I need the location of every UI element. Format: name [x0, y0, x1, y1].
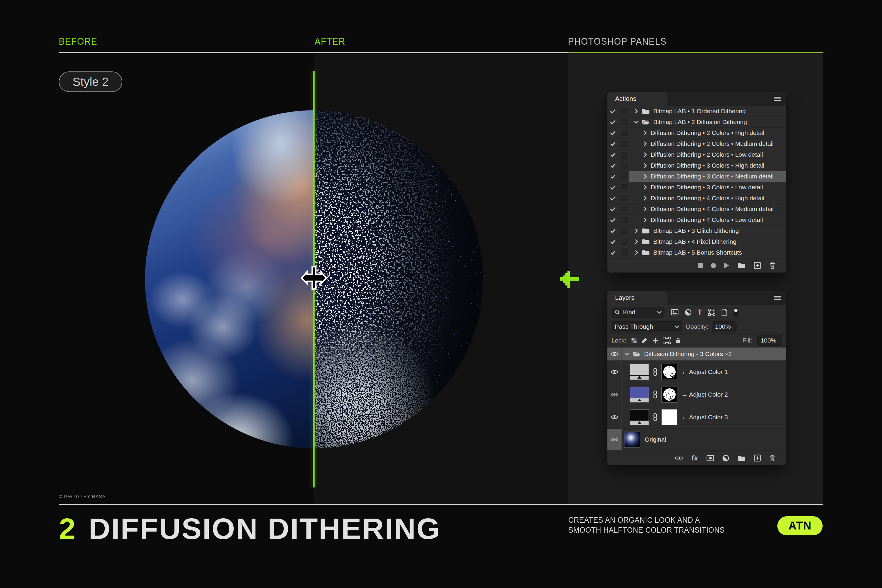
action-dialog-toggle[interactable] — [618, 182, 629, 193]
visibility-eye-icon[interactable] — [608, 361, 622, 383]
action-row[interactable]: Diffusion Dithering • 4 Colors • Low det… — [608, 214, 786, 225]
action-dialog-toggle[interactable] — [618, 204, 629, 214]
chevron-down-icon[interactable] — [625, 352, 630, 356]
layer-row[interactable]: Original — [608, 429, 786, 451]
action-dialog-toggle[interactable] — [618, 117, 629, 127]
chevron-right-icon[interactable] — [643, 184, 647, 190]
fill-dropdown[interactable]: 100% — [758, 335, 782, 346]
action-dialog-toggle[interactable] — [618, 149, 629, 160]
chevron-right-icon[interactable] — [643, 195, 647, 201]
blend-mode-dropdown[interactable]: Pass Through — [612, 321, 682, 332]
filter-pixel-layers-icon[interactable] — [671, 309, 678, 315]
lock-position-move-icon[interactable] — [652, 338, 658, 344]
action-check-icon[interactable] — [608, 247, 618, 258]
filter-type-layers-icon[interactable]: T — [698, 309, 702, 316]
action-check-icon[interactable] — [608, 204, 618, 214]
move-cursor-icon[interactable] — [296, 265, 332, 294]
layers-tab[interactable]: Layers — [608, 291, 667, 305]
layer-mask-thumbnail[interactable] — [662, 409, 677, 425]
stop-button[interactable] — [698, 263, 703, 268]
action-dialog-toggle[interactable] — [618, 106, 629, 116]
delete-button[interactable] — [769, 262, 776, 269]
layer-row[interactable]: ← Adjust Color 2 — [608, 383, 786, 406]
chevron-right-icon[interactable] — [643, 217, 647, 222]
action-row[interactable]: Bitmap LAB • 3 Glitch Dithering — [608, 225, 786, 236]
action-row[interactable]: Diffusion Dithering • 2 Colors • Low det… — [608, 149, 786, 160]
layer-mask-thumbnail[interactable] — [662, 387, 677, 402]
action-row[interactable]: Diffusion Dithering • 3 Colors • Low det… — [608, 182, 786, 193]
delete-layer-button[interactable] — [769, 454, 776, 462]
chevron-right-icon[interactable] — [643, 130, 647, 135]
action-check-icon[interactable] — [608, 160, 618, 171]
action-dialog-toggle[interactable] — [618, 193, 629, 204]
action-check-icon[interactable] — [608, 149, 618, 160]
visibility-eye-icon[interactable] — [608, 406, 622, 428]
visibility-eye-icon[interactable] — [608, 383, 622, 406]
action-dialog-toggle[interactable] — [618, 128, 629, 138]
chevron-right-icon[interactable] — [634, 250, 638, 255]
chevron-right-icon[interactable] — [643, 152, 647, 157]
action-dialog-toggle[interactable] — [618, 138, 629, 149]
add-mask-button[interactable] — [706, 455, 714, 461]
action-check-icon[interactable] — [608, 193, 618, 204]
action-dialog-toggle[interactable] — [618, 160, 629, 171]
action-check-icon[interactable] — [608, 225, 618, 236]
action-row[interactable]: Bitmap LAB • 4 Pixel Dithering — [608, 236, 786, 247]
filter-adjustment-layers-icon[interactable] — [685, 309, 692, 316]
add-adjustment-button[interactable] — [722, 455, 729, 462]
new-set-folder-button[interactable] — [737, 262, 746, 268]
action-dialog-toggle[interactable] — [618, 247, 629, 258]
adjustment-thumbnail[interactable] — [630, 387, 649, 402]
action-row[interactable]: Diffusion Dithering • 2 Colors • High de… — [608, 128, 786, 138]
action-check-icon[interactable] — [608, 171, 618, 182]
action-dialog-toggle[interactable] — [618, 171, 629, 182]
filter-shape-layers-icon[interactable] — [708, 309, 715, 316]
action-check-icon[interactable] — [608, 106, 618, 116]
opacity-dropdown[interactable]: 100% — [712, 321, 736, 332]
layer-mask-thumbnail[interactable] — [662, 364, 677, 380]
action-check-icon[interactable] — [608, 182, 618, 193]
mask-link-icon[interactable] — [653, 390, 657, 399]
panel-menu-icon[interactable] — [774, 296, 781, 300]
chevron-right-icon[interactable] — [634, 239, 638, 244]
filter-smart-objects-icon[interactable] — [722, 309, 728, 316]
chevron-right-icon[interactable] — [643, 163, 647, 168]
record-button[interactable] — [711, 263, 716, 268]
action-row[interactable]: Bitmap LAB • 5 Bonus Shortcuts — [608, 247, 786, 258]
action-row[interactable]: Bitmap LAB • 2 Diffusion Dithering — [608, 117, 786, 128]
chevron-right-icon[interactable] — [634, 228, 638, 233]
layer-row[interactable]: ← Adjust Color 3 — [608, 406, 786, 429]
action-check-icon[interactable] — [608, 236, 618, 247]
mask-link-icon[interactable] — [653, 413, 657, 421]
action-check-icon[interactable] — [608, 117, 618, 127]
adjustment-thumbnail[interactable] — [630, 409, 649, 425]
layer-thumbnail[interactable] — [624, 432, 640, 447]
action-dialog-toggle[interactable] — [618, 225, 629, 236]
lock-artboard-icon[interactable] — [663, 337, 670, 344]
action-row[interactable]: Diffusion Dithering • 4 Colors • High de… — [608, 193, 786, 204]
new-layer-button[interactable] — [754, 454, 761, 462]
lock-pixels-brush-icon[interactable] — [642, 338, 647, 344]
layer-row-group-selected[interactable]: Diffusion Dithering - 3 Colors ×2 — [608, 348, 786, 361]
chevron-down-icon[interactable] — [634, 120, 639, 124]
play-button[interactable] — [724, 262, 729, 268]
action-dialog-toggle[interactable] — [618, 214, 629, 225]
lock-all-icon[interactable] — [676, 338, 681, 344]
link-layers-button[interactable] — [675, 456, 683, 460]
layer-effects-button[interactable]: fx — [692, 454, 698, 462]
visibility-eye-icon[interactable] — [608, 429, 622, 450]
panel-menu-icon[interactable] — [774, 97, 781, 101]
action-row[interactable]: Diffusion Dithering • 4 Colors • Medium … — [608, 204, 786, 214]
action-check-icon[interactable] — [608, 128, 618, 138]
filter-kind-dropdown[interactable]: Kind — [612, 307, 664, 318]
action-row-selected[interactable]: Diffusion Dithering • 3 Colors • Medium … — [608, 171, 786, 182]
layer-row[interactable]: ← Adjust Color 1 — [608, 361, 786, 383]
chevron-right-icon[interactable] — [634, 108, 638, 114]
adjustment-thumbnail[interactable] — [630, 364, 649, 380]
actions-tab[interactable]: Actions — [608, 92, 667, 106]
filter-toggle-icon[interactable] — [734, 308, 738, 316]
visibility-eye-icon[interactable] — [608, 348, 622, 360]
chevron-right-icon[interactable] — [643, 206, 647, 212]
lock-transparency-icon[interactable] — [632, 338, 636, 343]
action-check-icon[interactable] — [608, 138, 618, 149]
